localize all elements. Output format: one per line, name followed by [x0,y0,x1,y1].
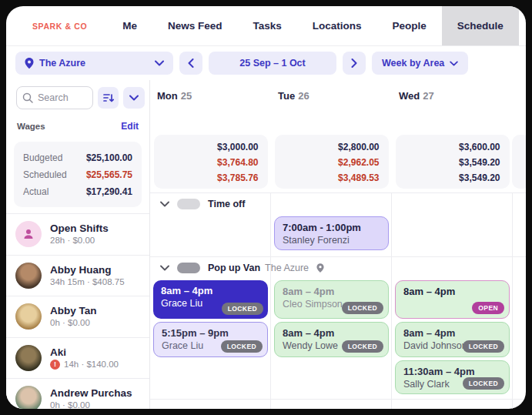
wage-card-wed: $3,600.00 $3,549.20 $3,549.20 [396,135,510,189]
schedule-grid: Mon25 Tue26 Wed27 $3,000.00 $3,764.80 $3… [150,80,526,409]
wages-title: Wages [17,122,45,131]
wage-card-thu-clipped [512,135,526,189]
prev-week-button[interactable] [179,52,202,75]
wages-summary-card: Budgeted $25,100.00 Scheduled $25,565.75… [14,142,142,207]
chevron-right-icon [351,59,357,68]
brand-logo: SPARK & CO [32,22,87,31]
search-box [16,86,93,109]
shifts-col-tue: 8am – 4pm Cleo Simpson LOCKED 8am – 4pm … [271,279,392,396]
shift-card[interactable]: 11:30am – 4pm Sally Clark LOCKED [395,360,510,394]
alert-icon: ! [50,360,60,370]
shifts-col-mon: 8am – 4pm Grace Liu LOCKED 5:15pm – 9pm … [150,279,271,396]
wages-header: Wages Edit [6,115,149,137]
sidebar-options-button[interactable] [123,87,145,109]
chevron-left-icon [188,59,194,68]
avatar [15,386,42,409]
schedule-toolbar: The Azure 25 Sep – 1 Oct Week by Area [6,46,526,80]
wage-card-tue: $2,800.00 $2,962.05 $3,489.53 [275,135,389,189]
column-divider [270,193,271,409]
roster-row-abby-huang[interactable]: Abby Huang 34h 15m · $408.75 [6,255,149,296]
location-selector[interactable]: The Azure [15,52,173,75]
roster-meta: 0h · $0.00 [50,400,132,409]
shift-card[interactable]: 5:15pm – 9pm Grace Liu LOCKED [153,322,268,357]
wage-card-mon: $3,000.00 $3,764.80 $3,785.76 [154,135,268,189]
avatar [15,303,42,330]
chevron-down-icon [155,60,164,66]
roster-row-aki[interactable]: Aki ! 14h · $140.00 [6,337,149,379]
time-off-col-wed [392,215,513,256]
roster-name: Andrew Purchas [50,387,132,400]
chevron-down-icon[interactable] [160,265,169,271]
top-nav: SPARK & CO Me News Feed Tasks Locations … [6,6,526,46]
locked-badge: LOCKED [342,340,383,353]
roster-meta: 0h · $0.00 [50,317,97,329]
search-icon [22,92,33,103]
location-label: The Azure [39,58,85,69]
tab-people[interactable]: People [377,6,442,45]
shift-card[interactable]: 8am – 4pm Wendy Lowe LOCKED [274,322,389,357]
roster-row-andrew-purchas[interactable]: Andrew Purchas 0h · $0.00 [6,378,149,409]
avatar [15,345,42,371]
tab-locations[interactable]: Locations [297,6,377,45]
roster-name: Abby Tan [50,304,97,317]
summary-row-budgeted: Budgeted $25,100.00 [23,149,132,166]
day-header-row: Mon25 Tue26 Wed27 [150,80,526,108]
section-header-popup-van: Pop up Van The Azure [150,257,526,279]
section-title: Pop up Van [208,263,260,273]
sort-icon [103,93,114,103]
open-shift-card[interactable]: 8am – 4pm OPEN [395,280,510,319]
next-week-button[interactable] [343,52,366,75]
summary-row-scheduled: Scheduled $25,565.75 [23,166,132,183]
roster-row-open-shifts[interactable]: Open Shifts 28h · $0.00 [6,213,149,255]
sort-button[interactable] [98,87,119,109]
shifts-col-wed: 8am – 4pm OPEN 8am – 4pm David Johnson L… [392,279,513,396]
locked-badge: LOCKED [342,302,383,314]
tab-timesheets[interactable]: Timesheets ▾ [519,6,526,45]
tab-tasks[interactable]: Tasks [237,6,296,45]
chevron-down-icon [129,95,139,101]
roster-row-abby-tan[interactable]: Abby Tan 0h · $0.00 [6,296,149,337]
main-area: Wages Edit Budgeted $25,100.00 Scheduled… [6,80,526,409]
person-icon [22,227,35,241]
popup-van-toggle[interactable] [177,263,200,273]
search-row [6,80,149,115]
roster-meta: 28h · $0.00 [50,235,109,246]
wages-edit-link[interactable]: Edit [121,121,139,132]
chevron-down-icon [450,61,458,66]
map-pin-icon [316,263,324,273]
day-header-tue: Tue26 [271,90,392,108]
shift-card[interactable]: 8am – 4pm David Johnson LOCKED [395,322,510,357]
section-header-time-off: Time off [150,193,526,215]
schedule-sections: Time off 7:00am - 1:00pm Stanley Forenzi [150,192,526,409]
section-popup-van: Pop up Van The Azure 8am – 4pm Grace Liu… [150,256,526,400]
time-off-col-tue: 7:00am - 1:00pm Stanley Forenzi [271,215,392,256]
time-off-toggle[interactable] [177,199,200,209]
chevron-down-icon[interactable] [160,201,169,207]
locked-badge: LOCKED [463,377,504,390]
date-range-display[interactable]: 25 Sep – 1 Oct [209,52,336,75]
popup-van-body: 8am – 4pm Grace Liu LOCKED 5:15pm – 9pm … [150,279,526,396]
shift-card[interactable]: 8am – 4pm Grace Liu LOCKED [153,280,268,319]
section-title: Time off [208,199,245,209]
map-pin-icon [25,58,34,69]
day-header-mon: Mon25 [150,90,271,108]
tab-me[interactable]: Me [107,6,152,45]
open-shifts-avatar [15,221,42,247]
locked-badge: LOCKED [221,340,263,353]
sidebar: Wages Edit Budgeted $25,100.00 Scheduled… [6,80,150,409]
tab-schedule[interactable]: Schedule [442,6,519,45]
time-off-card[interactable]: 7:00am - 1:00pm Stanley Forenzi [274,216,389,250]
summary-row-actual: Actual $17,290.41 [23,183,132,200]
roster-meta: ! 14h · $140.00 [50,359,119,370]
column-divider [512,193,513,409]
column-divider [391,193,392,409]
roster-meta: 34h 15m · $408.75 [50,276,125,288]
tab-news-feed[interactable]: News Feed [152,6,238,45]
view-mode-selector[interactable]: Week by Area [372,52,468,75]
shift-card[interactable]: 8am – 4pm Cleo Simpson LOCKED [274,280,389,319]
roster-name: Aki [50,346,119,359]
time-off-body: 7:00am - 1:00pm Stanley Forenzi [150,215,526,256]
time-off-col-mon [150,215,271,256]
roster-name: Open Shifts [50,222,109,235]
staff-roster: Open Shifts 28h · $0.00 Abby Huang 34h 1… [6,213,149,409]
